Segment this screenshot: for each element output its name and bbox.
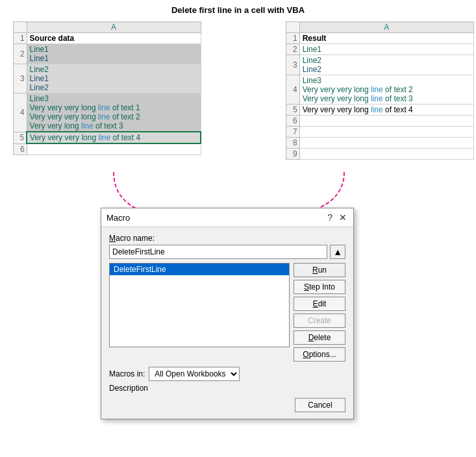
macro-dialog: Macro ? ✕ Macro name: ▲ DeleteFirstLine … [101, 208, 354, 419]
table-row: 2 Line1 [286, 44, 474, 55]
dialog-title-bar: Macro ? ✕ [101, 208, 353, 227]
create-button[interactable]: Create [294, 314, 345, 328]
table-row: 1 Source data [14, 33, 201, 44]
cell[interactable]: Very very very long line of text 4 [27, 132, 201, 143]
left-col-a-header: A [27, 22, 201, 33]
row-num: 4 [286, 75, 300, 105]
page-title: Delete first line in a cell with VBA [0, 0, 476, 19]
run-button[interactable]: Run [294, 263, 345, 277]
table-row: 7 [286, 127, 474, 138]
left-row-num-header [14, 22, 27, 33]
macros-in-select[interactable]: All Open Workbooks [149, 367, 240, 381]
cell[interactable] [299, 149, 473, 160]
table-row: 6 [286, 116, 474, 127]
row-num: 4 [14, 93, 27, 132]
step-into-button[interactable]: Step Into [294, 280, 345, 294]
row-num: 1 [14, 33, 27, 44]
description-label: Description [109, 384, 345, 393]
table-row: 5 Very very very long line of text 4 [14, 132, 201, 143]
table-row: 8 [286, 138, 474, 149]
result-table: A 1 Result 2 Line1 3 Line2Line2 4 [286, 21, 474, 160]
table-row: 3 Line2Line1Line2 [14, 64, 201, 93]
cell[interactable]: Line2Line1Line2 [27, 64, 201, 93]
dialog-main-area: DeleteFirstLine Run Step Into Edit Creat… [109, 263, 345, 362]
row-num: 9 [286, 149, 300, 160]
cell[interactable]: Source data [27, 33, 201, 44]
table-row: 5 Very very very long line of text 4 [286, 105, 474, 116]
row-num: 7 [286, 127, 300, 138]
table-row: 4 Line3Very very very long line of text … [14, 93, 201, 132]
cell[interactable]: Line3Very very very long line of text 1V… [27, 93, 201, 132]
row-num: 2 [286, 44, 300, 55]
cell[interactable]: Line1Line1 [27, 44, 201, 64]
dialog-title: Macro [106, 213, 130, 223]
spreadsheets-area: A 1 Source data 2 Line1Line1 3 Line2Line… [0, 21, 476, 160]
macro-name-row: ▲ [109, 245, 345, 259]
source-table: A 1 Source data 2 Line1Line1 3 Line2Line… [13, 21, 201, 155]
cell[interactable] [299, 138, 473, 149]
cell[interactable]: Result [299, 33, 473, 44]
dialog-body: Macro name: ▲ DeleteFirstLine Run Step I… [101, 227, 353, 419]
row-num: 3 [286, 55, 300, 75]
table-row: 9 [286, 149, 474, 160]
table-row: 6 [14, 143, 201, 155]
delete-button[interactable]: Delete [294, 330, 345, 345]
macro-name-input[interactable] [109, 245, 327, 259]
dialog-controls: ? ✕ [326, 212, 348, 223]
right-spreadsheet: A 1 Result 2 Line1 3 Line2Line2 4 [286, 21, 474, 160]
macros-in-label: Macros in: [109, 369, 145, 378]
edit-button[interactable]: Edit [294, 297, 345, 311]
options-button[interactable]: Options... [294, 347, 345, 362]
cell[interactable]: Line1 [299, 44, 473, 55]
dialog-action-buttons: Run Step Into Edit Create Delete Options… [294, 263, 345, 362]
table-row: 2 Line1Line1 [14, 44, 201, 64]
macro-upload-button[interactable]: ▲ [330, 245, 345, 259]
row-num: 5 [286, 105, 300, 116]
left-spreadsheet: A 1 Source data 2 Line1Line1 3 Line2Line… [13, 21, 201, 160]
row-num: 8 [286, 138, 300, 149]
right-row-num-header [286, 22, 300, 33]
cell[interactable]: Line2Line2 [299, 55, 473, 75]
cancel-button[interactable]: Cancel [295, 398, 345, 412]
macro-name-label: Macro name: [109, 234, 345, 243]
cancel-row: Cancel [109, 398, 345, 412]
right-col-a-header: A [299, 22, 473, 33]
macro-list[interactable]: DeleteFirstLine [109, 263, 290, 347]
table-row: 1 Result [286, 33, 474, 44]
dialog-help-button[interactable]: ? [326, 212, 334, 223]
row-num: 3 [14, 64, 27, 93]
row-num: 2 [14, 44, 27, 64]
row-num: 1 [286, 33, 300, 44]
dialog-footer: Macros in: All Open Workbooks Descriptio… [109, 367, 345, 412]
row-num: 6 [286, 116, 300, 127]
dialog-close-button[interactable]: ✕ [338, 212, 348, 223]
cell[interactable] [299, 116, 473, 127]
table-row: 3 Line2Line2 [286, 55, 474, 75]
row-num: 5 [14, 132, 27, 143]
cell[interactable]: Very very very long line of text 4 [299, 105, 473, 116]
cell[interactable] [299, 127, 473, 138]
cell[interactable] [27, 143, 201, 155]
table-row: 4 Line3Very very very long line of text … [286, 75, 474, 105]
macros-in-row: Macros in: All Open Workbooks [109, 367, 345, 381]
row-num: 6 [14, 143, 27, 155]
list-item[interactable]: DeleteFirstLine [110, 264, 289, 275]
cell[interactable]: Line3Very very very long line of text 2V… [299, 75, 473, 105]
